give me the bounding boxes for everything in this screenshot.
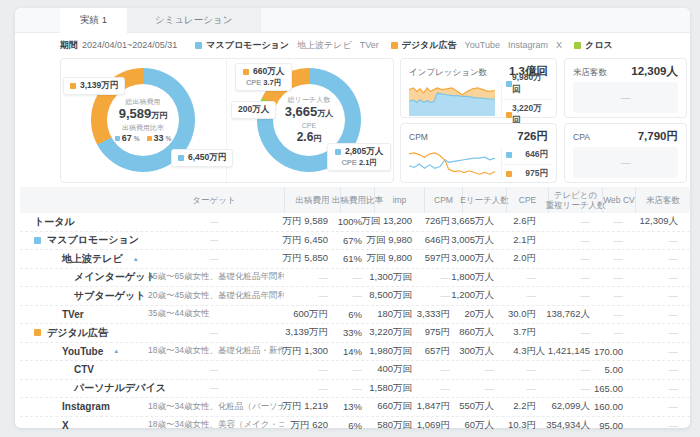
value-cell: 138,762人 bbox=[548, 308, 602, 321]
target-cell: 18歳〜34歳女性、化粧品（パーソナル… bbox=[144, 401, 284, 413]
row-label: デジタル広告 bbox=[20, 326, 144, 340]
target-cell: 18歳〜34歳女性、美容（メイク・コス… bbox=[144, 419, 284, 431]
impressions-title: インプレッション数 bbox=[409, 67, 487, 79]
tab-bar: 実績 1 シミュレーション bbox=[15, 8, 690, 33]
value-cell: 10.3円 bbox=[506, 419, 548, 432]
row-label: パーソナルデバイス bbox=[20, 381, 144, 395]
value-cell: 3,139万円 bbox=[284, 326, 340, 339]
dashboard-stage: 実績 1 シミュレーション 期間 2024/04/01~2024/05/31 マ… bbox=[0, 0, 700, 437]
value-cell: — bbox=[424, 383, 462, 394]
spend-ratio-values: 67% 33% bbox=[101, 133, 185, 143]
reach-chip-orange: 660万人 CPE3.7円 bbox=[235, 63, 292, 91]
value-cell: — bbox=[506, 272, 548, 283]
table-row: Instagram18歳〜34歳女性、化粧品（パーソナル…1,219 万円13%… bbox=[20, 398, 690, 417]
spend-center-label: 総出稿費用 bbox=[101, 97, 185, 106]
row-label: X bbox=[20, 420, 144, 431]
collapse-icon[interactable]: ▲ bbox=[113, 348, 119, 354]
legend-swatch-icon bbox=[195, 42, 202, 49]
value-cell: — bbox=[506, 364, 548, 375]
value-cell: — bbox=[602, 235, 635, 246]
target-cell: 20歳〜45歳女性、基礎化粧品年間利用… bbox=[144, 290, 284, 302]
orange-swatch-icon bbox=[243, 69, 249, 75]
cpa-panel: CPA 7,790円 — bbox=[564, 123, 687, 183]
value-cell: 9,980 万回 bbox=[374, 234, 424, 247]
value-cell: — bbox=[548, 272, 602, 283]
reach-donut-panel: 総リーチ人数 3,665万人 CPE 2.6円 660万人 CPE3.7円 20… bbox=[227, 59, 392, 182]
table-row: マスプロモーション—6,450 万円67%9,980 万回646円3,005万人… bbox=[20, 232, 690, 251]
legend-item: 地上波テレビ bbox=[297, 39, 352, 52]
value-cell: — bbox=[602, 272, 635, 283]
value-cell: 60万人 bbox=[462, 419, 506, 432]
table-header-cell: テレビとの重複リーチ人数 bbox=[548, 187, 602, 213]
target-cell: — bbox=[144, 217, 284, 227]
value-cell: — bbox=[602, 290, 635, 301]
value-cell: 95.00 bbox=[602, 420, 635, 431]
table-header-cell: CPM bbox=[424, 187, 462, 213]
value-cell: — bbox=[462, 364, 506, 375]
value-cell: — bbox=[506, 383, 548, 394]
tab-results-1[interactable]: 実績 1 bbox=[60, 8, 127, 33]
reach-donut-center: 総リーチ人数 3,665万人 CPE 2.6円 bbox=[267, 95, 351, 146]
value-cell: 1,980万回 bbox=[374, 345, 424, 358]
table-row: YouTube▲18歳〜34歳女性、基礎化粧品・新作コ…1,300 万円14%1… bbox=[20, 343, 690, 362]
spend-chip-mass: 6,450万円 bbox=[171, 149, 233, 167]
collapse-icon[interactable]: ▲ bbox=[133, 256, 139, 262]
dashboard-card: 実績 1 シミュレーション 期間 2024/04/01~2024/05/31 マ… bbox=[15, 8, 690, 428]
value-cell: 170.00 bbox=[602, 346, 635, 357]
value-cell: 300万人 bbox=[462, 345, 506, 358]
row-label: 地上波テレビ▲ bbox=[20, 252, 144, 266]
legend-item: クロス bbox=[574, 39, 613, 52]
value-cell: — bbox=[635, 309, 690, 320]
row-swatch-icon bbox=[34, 329, 41, 336]
visitors-empty: — bbox=[573, 82, 678, 113]
value-cell: 3,665万人 bbox=[462, 215, 506, 228]
table-row: サブターゲット20歳〜45歳女性、基礎化粧品年間利用…——8,500万回—1,2… bbox=[20, 287, 690, 306]
table-row: 地上波テレビ▲—5,850 万円61%9,800 万回597円3,000万人2.… bbox=[20, 250, 690, 269]
table-header-cell: imp bbox=[374, 187, 424, 213]
cpm-legend: 646円 975円 bbox=[501, 148, 552, 180]
value-cell: 2.1円 bbox=[506, 234, 548, 247]
value-cell: — bbox=[635, 420, 690, 431]
value-cell: 2.6円 bbox=[506, 215, 548, 228]
orange-swatch-icon bbox=[70, 83, 76, 89]
blue-swatch-icon bbox=[506, 152, 512, 158]
target-cell: — bbox=[144, 383, 284, 393]
value-cell: 1,300万回 bbox=[374, 271, 424, 284]
cpm-title: CPM bbox=[409, 132, 428, 142]
reach-chip-green: 200万人 bbox=[231, 101, 276, 119]
target-cell: 18歳〜34歳女性、基礎化粧品・新作コ… bbox=[144, 345, 284, 357]
value-cell: — bbox=[548, 327, 602, 338]
table-header-cell: ターゲット bbox=[144, 187, 284, 213]
value-cell: 1,300 万円 bbox=[284, 345, 340, 358]
value-cell: 165.00 bbox=[602, 383, 635, 394]
value-cell: 8,500万回 bbox=[374, 289, 424, 302]
table-row: メインターゲット45歳〜65歳女性、基礎化粧品年間利用…——1,300万回—1,… bbox=[20, 269, 690, 288]
value-cell: — bbox=[284, 383, 340, 394]
value-cell: 3,005万人 bbox=[462, 234, 506, 247]
value-cell: — bbox=[462, 383, 506, 394]
value-cell: 975円 bbox=[424, 326, 462, 339]
value-cell: — bbox=[635, 401, 690, 412]
value-cell: 657円 bbox=[424, 345, 462, 358]
value-cell: 3.7円 bbox=[506, 326, 548, 339]
legend-item: X bbox=[556, 40, 562, 50]
table-header-cell: Eリーチ人数 bbox=[462, 187, 506, 213]
table-header-cell bbox=[20, 187, 144, 213]
row-label: マスプロモーション bbox=[20, 233, 144, 247]
value-cell: 354,934人 bbox=[548, 419, 602, 432]
value-cell: 3,333円 bbox=[424, 308, 462, 321]
row-label: トータル bbox=[20, 215, 144, 229]
row-label: Instagram bbox=[20, 401, 144, 412]
cpa-value: 7,790円 bbox=[638, 129, 678, 144]
cpm-panel: CPM 726円 646円 975円 bbox=[400, 123, 557, 183]
table-row: CTV———400万回————5.00— bbox=[20, 361, 690, 380]
value-cell: 860万人 bbox=[462, 326, 506, 339]
row-label: YouTube▲ bbox=[20, 346, 144, 357]
value-cell: 6% bbox=[340, 309, 374, 320]
value-cell: 1,069円 bbox=[424, 419, 462, 432]
row-swatch-icon bbox=[34, 237, 41, 244]
value-cell: — bbox=[284, 272, 340, 283]
tab-simulation[interactable]: シミュレーション bbox=[127, 8, 261, 32]
value-cell: — bbox=[548, 235, 602, 246]
value-cell: 1,847円 bbox=[424, 400, 462, 413]
